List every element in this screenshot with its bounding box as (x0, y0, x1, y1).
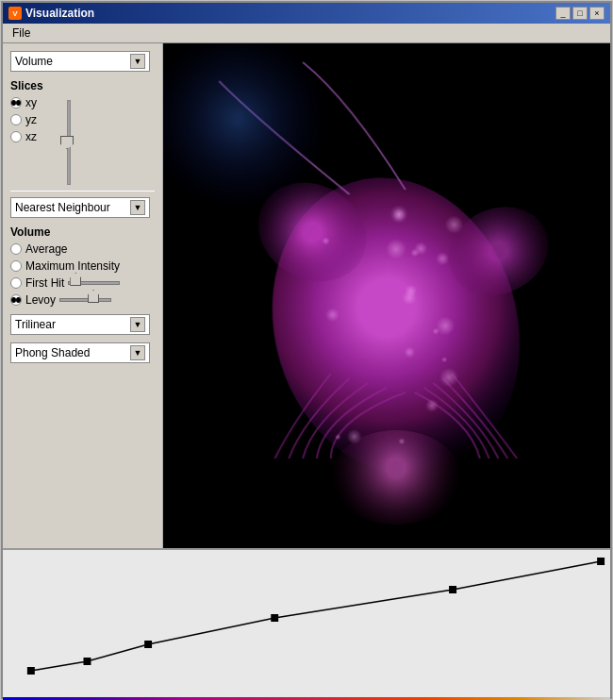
slice-radio-group: xy yz xz (10, 96, 37, 185)
xz-radio-item[interactable]: xz (10, 130, 37, 143)
average-radio-item[interactable]: Average (10, 242, 155, 256)
xy-radio[interactable] (10, 97, 22, 108)
volume-dropdown-arrow: ▼ (130, 54, 145, 69)
xy-label: xy (25, 96, 37, 109)
volume-dropdown[interactable]: Volume ▼ (10, 51, 150, 72)
max-intensity-radio-item[interactable]: Maximum Intensity (10, 259, 155, 273)
menu-bar: File (3, 24, 610, 43)
max-intensity-label: Maximum Intensity (25, 259, 120, 273)
yz-radio-item[interactable]: yz (10, 113, 37, 126)
window-icon: V (8, 7, 22, 20)
main-window: V Visualization _ □ × File Volume ▼ Slic… (1, 1, 612, 699)
yz-radio[interactable] (10, 114, 22, 125)
right-panel (163, 43, 610, 548)
rendering-dropdown-value: Trilinear (15, 318, 56, 331)
window-title: Visualization (25, 7, 94, 20)
xz-label: xz (25, 130, 37, 143)
visualization-canvas (163, 43, 610, 548)
shading-dropdown-value: Phong Shaded (15, 346, 90, 359)
separator-1 (10, 191, 155, 192)
maximize-button[interactable]: □ (572, 7, 588, 20)
levoy-slider-thumb[interactable] (88, 290, 99, 303)
max-intensity-radio[interactable] (10, 260, 22, 272)
xz-radio[interactable] (10, 131, 22, 142)
interpolation-dropdown[interactable]: Nearest Neighbour ▼ (10, 197, 150, 218)
title-text: V Visualization (8, 7, 94, 20)
main-content: Volume ▼ Slices xy yz xz (3, 43, 610, 548)
file-menu[interactable]: File (8, 25, 34, 41)
first-hit-slider-thumb[interactable] (70, 273, 81, 286)
shading-dropdown-arrow: ▼ (130, 345, 145, 360)
rendering-dropdown[interactable]: Trilinear ▼ (10, 314, 150, 335)
rendering-dropdown-arrow: ▼ (130, 317, 145, 332)
shading-dropdown[interactable]: Phong Shaded ▼ (10, 342, 150, 363)
left-panel: Volume ▼ Slices xy yz xz (3, 43, 163, 548)
volume-dropdown-value: Volume (15, 55, 53, 68)
xy-radio-item[interactable]: xy (10, 96, 37, 109)
interpolation-dropdown-value: Nearest Neighbour (15, 201, 110, 214)
levoy-label: Levoy (25, 293, 56, 307)
levoy-radio[interactable] (10, 294, 22, 306)
transfer-function-canvas[interactable] (3, 550, 610, 696)
average-radio[interactable] (10, 243, 22, 255)
title-bar: V Visualization _ □ × (3, 3, 610, 24)
volume-section-label: Volume (10, 225, 155, 239)
yz-label: yz (25, 113, 37, 126)
minimize-button[interactable]: _ (555, 7, 571, 20)
first-hit-radio[interactable] (10, 277, 22, 289)
slices-label: Slices (10, 79, 155, 92)
close-button[interactable]: × (589, 7, 605, 20)
levoy-slider-track (59, 298, 111, 302)
vertical-slider-thumb[interactable] (60, 136, 74, 149)
title-controls: _ □ × (555, 7, 605, 20)
interpolation-dropdown-arrow: ▼ (130, 200, 145, 215)
average-label: Average (25, 242, 67, 256)
transfer-function-panel: ▲ ▲ ▲ ^ (3, 548, 610, 700)
first-hit-label: First Hit (25, 276, 64, 290)
